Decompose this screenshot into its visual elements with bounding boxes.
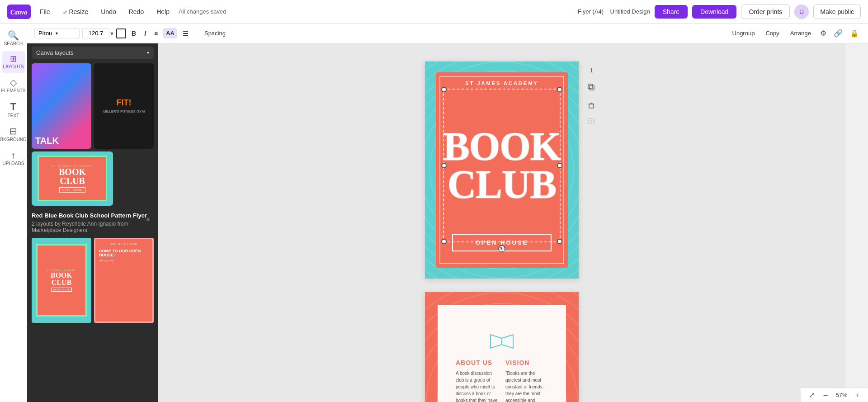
elements-icon: ◇ <box>10 78 17 87</box>
canvas-area: ST JAMES ACADEMY ↻ BOOK <box>158 43 845 402</box>
zoom-out-button[interactable]: – <box>821 390 830 400</box>
dropdown-label: Canva layouts <box>36 49 73 56</box>
svg-text:U: U <box>799 8 804 15</box>
file-menu-button[interactable]: File <box>36 6 54 17</box>
sidebar-layouts-label: LAYOUTS <box>3 64 24 70</box>
avatar[interactable]: U <box>794 5 809 19</box>
font-size-stepper[interactable]: ▾ <box>110 30 113 37</box>
search-icon: 🔍 <box>8 31 19 40</box>
sidebar-item-uploads[interactable]: ↑ UPLOADS <box>2 147 25 170</box>
small-thumb1-book: BOOK <box>51 272 72 279</box>
download-button[interactable]: Download <box>692 5 736 19</box>
layout-thumb-bookclub[interactable]: ST JAMES ACADEMY BOOK CLUB OPEN HOUSE <box>32 151 113 206</box>
redo-button[interactable]: Redo <box>125 6 147 17</box>
small-thumb2-date: February 28, 2019 <box>99 260 149 262</box>
top-navbar: Canva File ⤢ Resize Undo Redo Help All c… <box>0 0 868 24</box>
make-public-button[interactable]: Make public <box>813 5 861 19</box>
undo-button[interactable]: Undo <box>97 6 119 17</box>
bold-button[interactable]: B <box>129 28 139 39</box>
about-vision-section: ABOUT US A book discussion club is a gro… <box>456 359 548 402</box>
small-thumb1-club: CLUB <box>52 279 71 286</box>
sidebar-item-text[interactable]: T TEXT <box>2 98 25 122</box>
flyer-red-card[interactable]: ST JAMES ACADEMY ↻ BOOK <box>436 72 568 268</box>
flyer-background: ST JAMES ACADEMY ↻ BOOK <box>425 61 579 279</box>
text-color-picker[interactable] <box>116 28 126 38</box>
aa-button[interactable]: AA <box>163 28 177 38</box>
layouts-panel: 🔍 Canva layouts TALK FIT! MILLER'S FITNE… <box>27 24 158 402</box>
page-1-side-icons: 1 <box>584 61 599 124</box>
layout-meta: 2 layouts by Reychelle Ann Ignacio from … <box>32 221 154 233</box>
canvas-page-1[interactable]: ST JAMES ACADEMY ↻ BOOK <box>425 61 579 279</box>
layout-thumbs-row: ST JAMES ACADEMY BOOK CLUB OPEN HOUSE AB… <box>32 238 154 323</box>
arrange-button[interactable]: Arrange <box>787 28 815 38</box>
canva-logo[interactable]: Canva <box>7 5 31 19</box>
copy-button[interactable]: Copy <box>762 28 783 38</box>
duplicate-page-button[interactable] <box>584 80 599 95</box>
layout-small-thumb-1[interactable]: ST JAMES ACADEMY BOOK CLUB OPEN HOUSE <box>32 238 91 323</box>
panel-close-button[interactable]: × <box>146 216 150 224</box>
book-text: BOOK <box>443 128 561 166</box>
sidebar-item-elements[interactable]: ◇ ELEMENTS <box>2 74 25 97</box>
share-button[interactable]: Share <box>655 5 688 19</box>
delete-page-button[interactable] <box>584 98 599 113</box>
about-us-section: ABOUT US A book discussion club is a gro… <box>456 359 498 402</box>
resize-icon: ⤢ <box>63 9 67 15</box>
zoom-level[interactable]: 57% <box>834 391 849 399</box>
sidebar-item-search[interactable]: 🔍 SEARCH <box>2 27 25 50</box>
sidebar-search-label: SEARCH <box>4 41 23 47</box>
layout-small-thumb-2[interactable]: ABOUT US VISION COME TO OUR OPEN HOUSE! … <box>94 238 154 323</box>
background-icon: ⊟ <box>9 127 17 136</box>
text-icon: T <box>10 102 16 112</box>
settings-icon-button[interactable]: ⚙ <box>818 27 828 39</box>
layouts-grid: TALK FIT! MILLER'S FITNESS GYM ST JAMES … <box>32 63 154 206</box>
thumb-fit-text: FIT! <box>117 98 132 108</box>
sidebar-item-layouts[interactable]: ⊞ LAYOUTS <box>2 51 25 73</box>
page-2-wrapper: ABOUT US A book discussion club is a gro… <box>425 292 579 402</box>
auto-save-indicator: All changes saved <box>179 8 572 15</box>
font-selector[interactable]: Pirou <box>34 28 80 38</box>
sidebar-background-label: BKGROUND <box>0 137 27 142</box>
canvas-page-2[interactable]: ABOUT US A book discussion club is a gro… <box>425 292 579 402</box>
layouts-icon: ⊞ <box>10 55 17 63</box>
italic-button[interactable]: I <box>142 28 149 39</box>
align-button[interactable]: ≡ <box>151 28 160 39</box>
thumb-bc-book: BOOK <box>59 167 86 176</box>
format-toolbar: Pirou ▾ B I ≡ AA ☰ Spacing Ungroup Copy … <box>27 24 868 43</box>
left-sidebar: 🔍 SEARCH ⊞ LAYOUTS ◇ ELEMENTS T TEXT ⊟ B… <box>0 24 27 402</box>
font-name-label: Pirou <box>38 30 52 37</box>
small-thumb2-come: COME TO OUR OPEN HOUSE! <box>99 249 149 258</box>
link-icon-button[interactable]: 🔗 <box>832 27 844 39</box>
open-house-text[interactable]: OPEN HOUSE <box>452 234 552 251</box>
svg-rect-4 <box>590 85 594 90</box>
toolbar-separator <box>196 28 196 39</box>
font-size-input[interactable] <box>82 28 109 38</box>
vision-title: VISION <box>505 359 548 366</box>
small-thumb1-open: OPEN HOUSE <box>51 288 72 292</box>
svg-rect-5 <box>588 84 593 89</box>
layout-category-dropdown[interactable]: Canva layouts <box>32 47 154 59</box>
bottom-bar: ⤢ – 57% + <box>801 388 868 402</box>
thumb-talk-text: TALK <box>35 136 59 145</box>
small-thumb2-about: ABOUT US VISION <box>99 243 149 246</box>
layout-name: Red Blue Book Club School Pattern Flyer <box>32 212 154 219</box>
help-button[interactable]: Help <box>153 6 173 17</box>
vision-text: "Books are the quietest and most constan… <box>505 370 548 402</box>
book-club-text-group[interactable]: ↻ BOOK CLUB <box>443 89 561 242</box>
about-title: ABOUT US <box>456 359 498 366</box>
club-text: CLUB <box>448 166 557 203</box>
list-button[interactable]: ☰ <box>180 28 191 39</box>
resize-button[interactable]: ⤢ Resize <box>59 6 92 17</box>
lock-icon-button[interactable]: 🔒 <box>848 27 861 39</box>
ungroup-button[interactable]: Ungroup <box>729 28 759 38</box>
academy-label: ST JAMES ACADEMY <box>436 80 568 86</box>
layout-thumb-fit[interactable]: FIT! MILLER'S FITNESS GYM <box>94 63 154 149</box>
toolbar-right: Ungroup Copy Arrange ⚙ 🔗 🔒 <box>729 27 861 39</box>
spacing-label: Spacing <box>204 30 226 37</box>
flyer2-background: ABOUT US A book discussion club is a gro… <box>425 292 579 402</box>
order-prints-button[interactable]: Order prints <box>741 5 790 19</box>
zoom-in-button[interactable]: + <box>853 390 863 400</box>
layout-thumb-talk[interactable]: TALK <box>32 63 91 149</box>
sidebar-item-background[interactable]: ⊟ BKGROUND <box>2 123 25 146</box>
sidebar-elements-label: ELEMENTS <box>1 88 26 94</box>
fit-screen-button[interactable]: ⤢ <box>806 390 817 400</box>
